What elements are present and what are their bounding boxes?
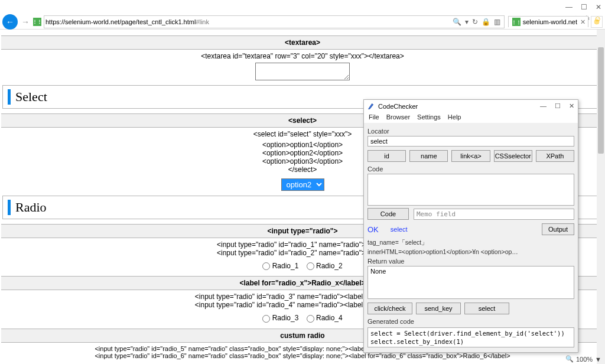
- search-icon[interactable]: 🔍: [453, 18, 461, 26]
- locator-link-button[interactable]: link<a>: [451, 150, 490, 162]
- select-input[interactable]: option2: [281, 178, 324, 191]
- locator-xpath-button[interactable]: XPath: [536, 150, 574, 162]
- locator-name-button[interactable]: name: [409, 150, 448, 162]
- menu-browser[interactable]: Browser: [386, 113, 410, 121]
- scrollbar-thumb[interactable]: [598, 47, 604, 154]
- dialog-title: CodeChecker: [378, 103, 418, 110]
- radio-2[interactable]: [307, 262, 314, 270]
- radio-4[interactable]: [307, 315, 314, 323]
- feedback-smile-icon[interactable]: ☺: [594, 14, 601, 23]
- radio-3-label: Radio_3: [272, 314, 299, 322]
- code-label: Code: [367, 165, 574, 173]
- textarea-heading: <textarea>: [1, 35, 604, 50]
- lock-icon: 🔒: [482, 18, 490, 26]
- textarea-input[interactable]: [255, 63, 350, 80]
- locator-id-button[interactable]: id: [367, 150, 406, 162]
- inner-html-line: innerHTML=<option>option1</option>¥n <op…: [367, 248, 574, 255]
- window-close-icon[interactable]: ✕: [596, 3, 601, 11]
- click-check-button[interactable]: click/check: [367, 303, 412, 314]
- status-ok: OK: [367, 225, 379, 234]
- refresh-icon[interactable]: ↻: [472, 18, 478, 26]
- os-titlebar: — ☐ ✕: [0, 0, 605, 14]
- code-button[interactable]: Code: [367, 208, 409, 220]
- radio-1-label: Radio_1: [272, 262, 299, 270]
- locator-label: Locator: [367, 128, 574, 135]
- window-maximize-icon[interactable]: ☐: [581, 3, 587, 11]
- address-bar-icons: 🔍▾ ↻ 🔒 ▥: [449, 18, 504, 26]
- locator-button-row: id name link<a> CSSselector XPath: [367, 150, 574, 162]
- menu-settings[interactable]: Settings: [417, 113, 441, 121]
- tab-strip: ⋮⋮ selenium-world.net ✕: [508, 16, 603, 28]
- radio-1[interactable]: [262, 262, 270, 270]
- radio3-code-2: <input type="radio" id="radio_6" name="r…: [1, 352, 604, 362]
- status-target: select: [391, 226, 408, 233]
- tag-name-line: tag_name=「select」: [367, 239, 574, 247]
- menu-help[interactable]: Help: [448, 113, 461, 121]
- tab-title: selenium-world.net: [523, 18, 577, 25]
- dialog-menu: File Browser Settings Help: [364, 112, 578, 123]
- dialog-titlebar[interactable]: CodeChecker — ☐ ✕: [364, 100, 578, 112]
- locator-input[interactable]: [367, 136, 574, 147]
- locator-css-button[interactable]: CSSselector: [494, 150, 532, 162]
- return-value-box[interactable]: None: [367, 266, 574, 299]
- window-minimize-icon[interactable]: —: [565, 3, 573, 11]
- back-button[interactable]: ←: [2, 14, 18, 30]
- compat-icon[interactable]: ▥: [494, 18, 500, 26]
- return-value-label: Return value: [367, 258, 574, 265]
- address-bar[interactable]: https://selenium-world.net/page/test_cnt…: [44, 15, 505, 28]
- code-textarea[interactable]: [367, 174, 574, 206]
- zoom-indicator[interactable]: 🔍 100% ▼: [565, 355, 601, 363]
- select-button[interactable]: select: [464, 303, 509, 314]
- browser-nav-bar: ← → ⋮⋮ https://selenium-world.net/page/t…: [0, 14, 605, 30]
- menu-file[interactable]: File: [369, 113, 379, 121]
- memo-field[interactable]: Memo field: [414, 209, 574, 220]
- action-button-row: click/check send_key select: [367, 303, 574, 314]
- address-url: https://selenium-world.net/page/test_cnt…: [44, 18, 449, 25]
- generated-code-label: Generated code: [367, 318, 574, 325]
- radio-3[interactable]: [262, 315, 270, 323]
- dialog-maximize-icon[interactable]: ☐: [555, 102, 561, 110]
- dialog-app-icon: [367, 103, 375, 110]
- tab-favicon-icon: ⋮⋮: [512, 18, 521, 26]
- dialog-close-icon[interactable]: ✕: [569, 102, 574, 110]
- textarea-code: <textarea id="textarea" row="3" col="20"…: [1, 50, 604, 63]
- radio-2-label: Radio_2: [316, 262, 343, 270]
- tab-close-icon[interactable]: ✕: [580, 18, 586, 26]
- forward-button[interactable]: →: [20, 17, 31, 27]
- codechecker-dialog: CodeChecker — ☐ ✕ File Browser Settings …: [363, 99, 578, 353]
- page-scrollbar[interactable]: [597, 30, 605, 364]
- dialog-minimize-icon[interactable]: —: [540, 102, 547, 110]
- site-favicon-icon: ⋮⋮: [33, 18, 41, 26]
- browser-tab[interactable]: ⋮⋮ selenium-world.net ✕: [508, 16, 588, 27]
- radio-4-label: Radio_4: [316, 314, 343, 322]
- output-button[interactable]: Output: [542, 223, 574, 235]
- generated-code-box[interactable]: select = Select(driver.find_element_by_i…: [367, 327, 574, 347]
- radio3-controls: Radio_5 Radio_6: [1, 362, 604, 364]
- send-key-button[interactable]: send_key: [416, 303, 461, 314]
